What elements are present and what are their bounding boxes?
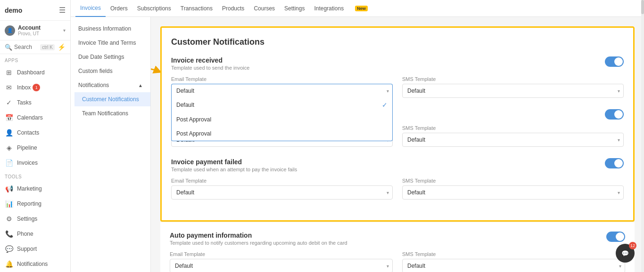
auto-payment-sms-col: SMS Template Default ▾ (402, 251, 625, 272)
sidebar-item-invoices[interactable]: 📄 Invoices (0, 155, 70, 170)
sidebar-item-calendars[interactable]: 📅 Calendars (0, 110, 70, 125)
chat-button[interactable]: 💬 12 (616, 244, 635, 263)
contacts-icon: 👤 (5, 128, 13, 137)
payment-failed-toggle[interactable] (605, 158, 624, 168)
notification-info: Invoice received Template used to send t… (171, 56, 249, 71)
sms-template-label-3: SMS Template (402, 178, 624, 184)
sidebar-item-label: Marketing (17, 185, 42, 192)
settings-nav-custom-fields[interactable]: Custom fields (71, 64, 150, 78)
notifications-icon: 🔔 (5, 260, 13, 268)
account-location: Provo, UT (18, 31, 63, 36)
account-switcher[interactable]: 👤 Account Provo, UT ▾ (0, 21, 70, 40)
sidebar-item-label: Settings (17, 216, 37, 222)
sidebar-item-reporting[interactable]: 📊 Reporting (0, 196, 70, 211)
sidebar-item-dashboard[interactable]: ⊞ Dashboard (0, 65, 70, 80)
hamburger-icon[interactable]: ☰ (59, 6, 66, 15)
search-shortcut: ctrl K (40, 44, 55, 50)
search-icon: 🔍 (5, 44, 12, 51)
auto-payment-sms-wrapper: Default ▾ (402, 259, 625, 272)
settings-sidebar: Business Information Invoice Title and T… (71, 17, 151, 272)
top-nav-integrations[interactable]: Integrations (309, 0, 348, 17)
email-template-col: Email Template Default ▾ D (171, 76, 393, 98)
scrollbar-thumb[interactable] (641, 0, 644, 14)
settings-nav-customer-notifications[interactable]: Customer Notifications (74, 92, 150, 106)
auto-payment-email-label: Email Template (170, 251, 393, 257)
email-template-dropdown: Default ✓ Post Approval Post Approval (171, 97, 393, 141)
email-template-select-3[interactable]: Default (171, 185, 393, 200)
main-content: Invoices Orders Subscriptions Transactio… (71, 0, 644, 272)
settings-nav-invoice-title[interactable]: Invoice Title and Terms (71, 36, 150, 50)
sidebar-item-label: Phone (17, 231, 33, 237)
sms-template-col-3: SMS Template Default ▾ (402, 178, 624, 200)
sidebar-item-phone[interactable]: 📞 Phone (0, 226, 70, 241)
sidebar: demo ☰ 👤 Account Provo, UT ▾ 🔍 Search ct… (0, 0, 71, 272)
sidebar-item-label: Inbox (17, 84, 31, 91)
sms-template-select[interactable]: Default (402, 84, 624, 98)
sidebar-item-support[interactable]: 💬 Support (0, 241, 70, 256)
content-area: Customer Notifications Invoice received … (151, 17, 644, 272)
dropdown-item-default[interactable]: Default ✓ (172, 97, 392, 112)
settings-nav-notifications-group[interactable]: Notifications ▲ (71, 78, 150, 92)
top-nav-invoices[interactable]: Invoices (75, 0, 106, 17)
auto-payment-email-select[interactable]: Default (170, 259, 393, 272)
chat-count: 12 (629, 242, 636, 249)
top-nav-settings[interactable]: Settings (280, 0, 309, 17)
sidebar-item-inbox[interactable]: ✉ Inbox 1 (0, 80, 70, 95)
sidebar-item-label: Notifications (17, 261, 48, 267)
invoice-received-toggle[interactable] (605, 56, 624, 67)
chevron-up-icon: ▲ (138, 83, 143, 88)
top-nav-courses[interactable]: Courses (249, 0, 280, 17)
chevron-down-icon: ▾ (63, 28, 66, 33)
marketing-icon: 📢 (5, 184, 13, 193)
invoices-icon: 📄 (5, 159, 13, 167)
email-template-select[interactable]: Default (171, 84, 393, 97)
app-logo: demo (5, 7, 22, 14)
sidebar-item-label: Contacts (17, 129, 39, 136)
arrow-annotation (151, 64, 160, 80)
sms-template-col-2: SMS Template Default ▾ (402, 125, 624, 147)
sidebar-item-label: Dashboard (17, 69, 45, 76)
top-nav-products[interactable]: Products (217, 0, 249, 17)
account-avatar: 👤 (5, 25, 15, 36)
check-icon: ✓ (382, 101, 388, 109)
sidebar-item-tasks[interactable]: ✓ Tasks (0, 95, 70, 110)
template-row-1: Email Template Default ▾ D (171, 76, 624, 98)
sidebar-item-settings[interactable]: ⚙ Settings (0, 211, 70, 226)
pin-icon: ⚡ (58, 43, 66, 51)
auto-payment-title: Auto payment information (170, 232, 347, 239)
top-nav-new[interactable]: New (348, 0, 372, 17)
top-nav-orders[interactable]: Orders (106, 0, 132, 17)
auto-payment-section: Auto payment information Template used t… (160, 222, 635, 272)
sidebar-item-notifications[interactable]: 🔔 Notifications (0, 256, 70, 272)
email-template-wrapper: Default ▾ Default ✓ (171, 84, 393, 97)
scrollbar-track (641, 0, 644, 272)
sidebar-item-pipeline[interactable]: ◈ Pipeline (0, 140, 70, 155)
settings-nav-due-date[interactable]: Due Date Settings (71, 50, 150, 64)
sidebar-item-label: Invoices (17, 160, 38, 166)
panel-title: Customer Notifications (171, 37, 624, 47)
sms-template-select-2[interactable]: Default (402, 133, 624, 147)
sidebar-item-marketing[interactable]: 📢 Marketing (0, 181, 70, 196)
top-nav-subscriptions[interactable]: Subscriptions (132, 0, 176, 17)
top-nav-transactions[interactable]: Transactions (176, 0, 217, 17)
settings-nav-team-notifications[interactable]: Team Notifications (74, 106, 150, 120)
search-bar[interactable]: 🔍 Search ctrl K ⚡ (0, 40, 70, 54)
settings-nav-sub-group: Customer Notifications Team Notification… (71, 92, 150, 120)
content-wrapper: Customer Notifications Invoice received … (160, 26, 635, 272)
invoice-received-desc: Template used to send the invoice (171, 65, 249, 71)
settings-nav-business-info[interactable]: Business Information (71, 22, 150, 36)
auto-payment-toggle[interactable] (606, 232, 625, 242)
settings-icon: ⚙ (5, 215, 13, 223)
auto-payment-sms-select[interactable]: Default (402, 259, 625, 272)
sms-template-label: SMS Template (402, 76, 624, 82)
notification-header: Invoice received Template used to send t… (171, 56, 624, 71)
sms-template-wrapper-3: Default ▾ (402, 185, 624, 200)
dropdown-item-post-approval-2[interactable]: Post Approval (172, 127, 392, 141)
sms-template-wrapper-2: Default ▾ (402, 133, 624, 147)
email-template-label-3: Email Template (171, 178, 393, 184)
dropdown-item-post-approval-1[interactable]: Post Approval (172, 112, 392, 127)
sidebar-item-contacts[interactable]: 👤 Contacts (0, 125, 70, 140)
second-section-toggle[interactable] (605, 109, 624, 120)
sms-template-select-3[interactable]: Default (402, 185, 624, 200)
auto-payment-desc: Template used to notify customers regard… (170, 240, 347, 246)
